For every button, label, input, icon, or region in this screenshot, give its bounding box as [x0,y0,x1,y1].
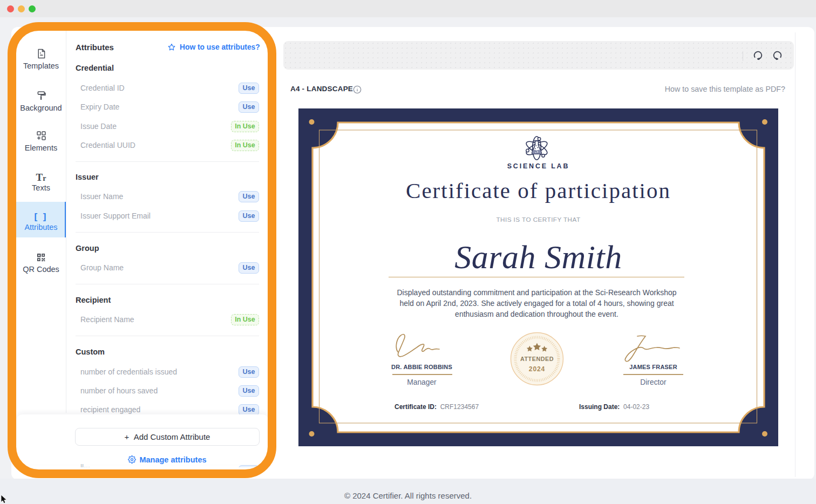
svg-text:ATTENDED: ATTENDED [520,356,554,362]
